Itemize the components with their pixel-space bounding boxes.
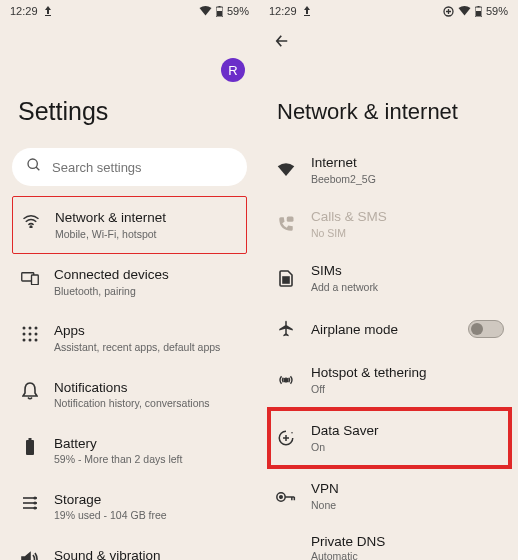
search-icon (26, 157, 42, 177)
item-subtitle: 19% used - 104 GB free (54, 509, 167, 523)
settings-item-sound[interactable]: Sound & vibration Volume, haptics, Do No… (12, 535, 247, 560)
item-title: Data Saver (311, 422, 379, 440)
data-saver-status-icon (443, 6, 454, 17)
svg-point-10 (35, 327, 38, 330)
item-subtitle: Beebom2_5G (311, 173, 376, 187)
item-title: Airplane mode (311, 317, 398, 343)
item-title: SIMs (311, 262, 378, 280)
net-item-data-saver[interactable]: Data Saver On (267, 407, 512, 469)
back-button[interactable] (259, 22, 518, 54)
item-title: Private DNS (269, 524, 510, 549)
battery-icon (475, 6, 482, 17)
svg-rect-1 (218, 6, 220, 7)
settings-list: Network & internet Mobile, Wi-Fi, hotspo… (0, 196, 259, 560)
item-title: Connected devices (54, 266, 169, 284)
settings-item-network[interactable]: Network & internet Mobile, Wi-Fi, hotspo… (12, 196, 247, 254)
item-title: Internet (311, 154, 376, 172)
status-battery-pct: 59% (486, 5, 508, 17)
item-title: Storage (54, 491, 167, 509)
volume-icon (20, 549, 40, 560)
svg-point-9 (29, 327, 32, 330)
item-subtitle: Bluetooth, pairing (54, 285, 169, 299)
svg-point-24 (34, 507, 36, 509)
svg-point-23 (34, 502, 36, 504)
item-title: Calls & SMS (311, 208, 387, 226)
svg-point-3 (28, 159, 37, 168)
upload-arrow-icon (44, 6, 52, 16)
svg-point-32 (291, 432, 293, 434)
net-item-airplane[interactable]: Airplane mode (269, 306, 510, 354)
item-subtitle: No SIM (311, 227, 387, 241)
svg-point-11 (23, 333, 26, 336)
storage-icon (20, 493, 40, 513)
item-title: Apps (54, 322, 220, 340)
status-bar: 12:29 59% (0, 0, 259, 22)
svg-rect-29 (287, 217, 294, 222)
svg-rect-2 (217, 11, 222, 16)
svg-point-13 (35, 333, 38, 336)
settings-item-storage[interactable]: Storage 19% used - 104 GB free (12, 479, 247, 535)
item-subtitle: Automatic (269, 549, 510, 560)
svg-rect-27 (477, 6, 479, 7)
profile-avatar[interactable]: R (221, 58, 245, 82)
search-input[interactable] (52, 160, 233, 175)
svg-point-15 (29, 339, 32, 342)
page-title: Network & internet (277, 99, 518, 125)
apps-grid-icon (20, 324, 40, 344)
data-saver-icon (275, 427, 297, 449)
svg-point-14 (23, 339, 26, 342)
wifi-icon (275, 159, 297, 181)
item-title: VPN (311, 480, 339, 498)
item-subtitle: Mobile, Wi-Fi, hotspot (55, 228, 166, 242)
item-subtitle: Add a network (311, 281, 378, 295)
settings-item-apps[interactable]: Apps Assistant, recent apps, default app… (12, 310, 247, 366)
settings-item-connected-devices[interactable]: Connected devices Bluetooth, pairing (12, 254, 247, 310)
airplane-toggle[interactable] (468, 320, 504, 338)
svg-point-16 (35, 339, 38, 342)
svg-rect-18 (26, 440, 34, 455)
network-internet-screen: 12:29 59% Network & internet (259, 0, 518, 560)
item-subtitle: 59% - More than 2 days left (54, 453, 182, 467)
item-subtitle: Off (311, 383, 427, 397)
svg-point-31 (284, 378, 288, 382)
search-settings[interactable] (12, 148, 247, 186)
network-list: Internet Beebom2_5G Calls & SMS No SIM S… (259, 143, 518, 560)
item-subtitle: On (311, 441, 379, 455)
net-item-internet[interactable]: Internet Beebom2_5G (269, 143, 510, 197)
hotspot-icon (275, 369, 297, 391)
phone-icon (275, 213, 297, 235)
item-title: Battery (54, 435, 182, 453)
settings-item-battery[interactable]: Battery 59% - More than 2 days left (12, 423, 247, 479)
settings-item-notifications[interactable]: Notifications Notification history, conv… (12, 367, 247, 423)
status-battery-pct: 59% (227, 5, 249, 17)
status-time: 12:29 (10, 5, 38, 17)
svg-point-8 (23, 327, 26, 330)
settings-screen: 12:29 59% R Settings Netw (0, 0, 259, 560)
svg-line-4 (36, 167, 39, 170)
svg-point-12 (29, 333, 32, 336)
airplane-icon (275, 318, 297, 340)
upload-arrow-icon (303, 6, 311, 16)
page-title: Settings (18, 97, 259, 126)
vpn-key-icon (275, 486, 297, 508)
net-item-calls-sms[interactable]: Calls & SMS No SIM (269, 197, 510, 251)
net-item-vpn[interactable]: VPN None (269, 469, 510, 523)
svg-rect-30 (283, 277, 289, 283)
wifi-icon (458, 6, 471, 16)
net-item-sims[interactable]: SIMs Add a network (269, 251, 510, 305)
item-subtitle: Assistant, recent apps, default apps (54, 341, 220, 355)
item-subtitle: None (311, 499, 339, 513)
net-item-hotspot[interactable]: Hotspot & tethering Off (269, 353, 510, 407)
devices-icon (20, 268, 40, 288)
svg-point-34 (280, 495, 283, 498)
item-title: Hotspot & tethering (311, 364, 427, 382)
svg-point-22 (34, 497, 36, 499)
toggle-knob (471, 323, 483, 335)
svg-point-5 (30, 226, 32, 228)
svg-rect-7 (32, 275, 39, 285)
wifi-icon (21, 211, 41, 231)
item-title: Notifications (54, 379, 210, 397)
item-title: Network & internet (55, 209, 166, 227)
item-subtitle: Notification history, conversations (54, 397, 210, 411)
net-item-private-dns[interactable]: Private DNS Automatic (269, 524, 510, 560)
